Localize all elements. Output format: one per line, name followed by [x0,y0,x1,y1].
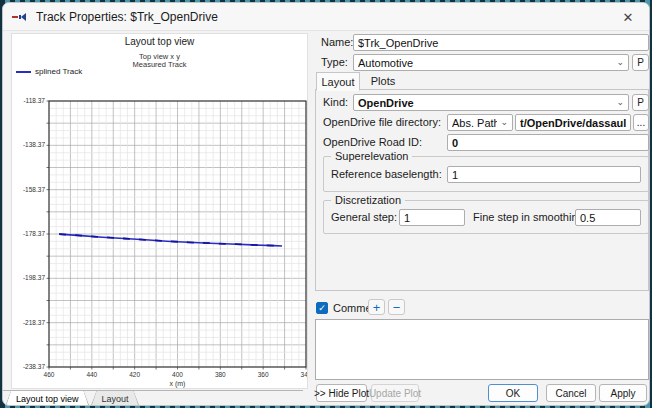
ref-baselength-input[interactable] [447,166,641,183]
remove-button[interactable]: − [388,299,405,315]
add-button[interactable]: + [368,299,385,315]
kind-p-button[interactable]: P [632,94,649,111]
svg-text:460: 460 [44,371,55,378]
type-label: Type: [321,54,348,71]
file-dir-input[interactable] [515,114,631,131]
ref-baselength-label: Reference baselength: [331,166,442,183]
file-dir-label: OpenDrive file directory: [323,114,441,131]
svg-text:340: 340 [301,371,307,378]
svg-text:380: 380 [215,371,226,378]
title-bar[interactable]: Track Properties: $Trk_OpenDrive ✕ [3,3,649,31]
general-step-label: General step: [331,209,397,226]
hide-plot-button[interactable]: >> Hide Plot [316,384,367,402]
svg-text:-178.37: -178.37 [23,230,45,237]
tab-plots[interactable]: Plots [361,72,405,90]
chevron-down-icon: ⌄ [500,117,508,127]
svg-text:-138.37: -138.37 [23,141,45,148]
superelevation-group-title: Superelevation [331,150,412,162]
tab-layout[interactable]: Layout [316,72,360,91]
update-plot-button[interactable]: Update Plot [371,384,419,402]
comment-checkbox[interactable]: ✓ [316,302,328,314]
road-id-label: OpenDrive Road ID: [323,134,422,151]
svg-text:-198.37: -198.37 [23,274,45,281]
screenshot-stage: Track Properties: $Trk_OpenDrive ✕ Layou… [0,0,652,408]
browse-button[interactable]: ... [633,114,649,131]
track-app-icon [12,11,28,23]
svg-text:420: 420 [129,371,140,378]
plot-sheet-tabs: Layout top view Layout [3,390,303,406]
track-properties-dialog: Track Properties: $Trk_OpenDrive ✕ Layou… [2,2,650,406]
plot-panel: Layout top view Top view x y Measured Tr… [11,33,308,389]
chevron-down-icon: ⌄ [616,57,624,67]
cancel-button[interactable]: Cancel [546,384,596,402]
kind-label: Kind: [323,94,348,111]
type-p-button[interactable]: P [632,54,649,71]
name-input[interactable] [353,34,649,51]
svg-text:-238.37: -238.37 [23,363,45,370]
svg-text:x (m): x (m) [170,380,186,388]
apply-button[interactable]: Apply [599,384,647,402]
name-label: Name: [321,34,353,51]
comment-textarea[interactable] [315,319,649,380]
svg-text:-218.37: -218.37 [23,319,45,326]
svg-text:-158.37: -158.37 [23,186,45,193]
sheet-tab-layout[interactable]: Layout [91,391,140,406]
ok-button[interactable]: OK [488,384,538,402]
general-step-input[interactable] [399,209,465,226]
track-plot: 460440420400380360340-118.37-138.37-158.… [12,34,307,388]
fine-step-input[interactable] [575,209,641,226]
svg-text:400: 400 [172,371,183,378]
road-id-input[interactable] [447,134,649,151]
close-icon[interactable]: ✕ [613,6,643,28]
chevron-down-icon: ⌄ [616,97,624,107]
type-dropdown[interactable]: Automotive ⌄ [353,54,629,71]
svg-text:440: 440 [86,371,97,378]
dialog-title: Track Properties: $Trk_OpenDrive [36,10,218,24]
svg-text:360: 360 [258,371,269,378]
sheet-tab-layout-top-view[interactable]: Layout top view [5,391,90,406]
kind-dropdown[interactable]: OpenDrive ⌄ [353,94,629,111]
file-dir-mode-dropdown[interactable]: Abs. Path ⌄ [447,114,513,131]
discretization-group-title: Discretization [331,194,405,206]
svg-text:-118.37: -118.37 [23,97,45,104]
